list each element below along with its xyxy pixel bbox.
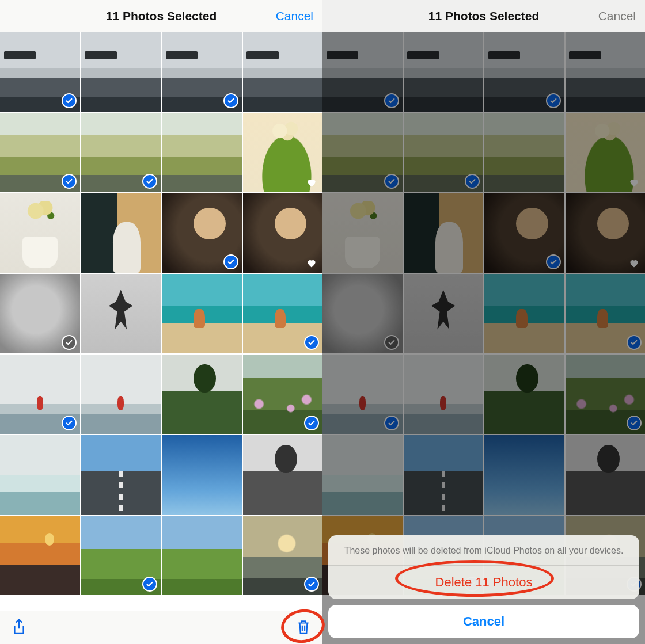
photo-thumbnail[interactable]	[81, 193, 161, 273]
screen-select: 11 Photos Selected Cancel	[0, 0, 322, 644]
photo-thumbnail[interactable]	[0, 435, 80, 515]
favorite-heart-icon	[305, 176, 318, 189]
screen-confirm: 11 Photos Selected Cancel These photos w…	[322, 0, 645, 644]
photo-thumbnail[interactable]	[0, 274, 80, 353]
cancel-button[interactable]: Cancel	[276, 9, 313, 23]
photo-thumbnail[interactable]	[81, 355, 161, 434]
page-title: 11 Photos Selected	[428, 9, 540, 23]
selected-checkmark-icon	[304, 335, 319, 350]
photo-thumbnail[interactable]	[243, 113, 323, 192]
selected-checkmark-icon	[223, 93, 238, 108]
selected-checkmark-icon	[142, 174, 157, 189]
photo-thumbnail[interactable]	[243, 516, 323, 595]
photo-thumbnail[interactable]	[81, 516, 161, 595]
photo-thumbnail[interactable]	[162, 274, 242, 353]
photo-thumbnail[interactable]	[81, 274, 161, 353]
photo-thumbnail[interactable]	[243, 32, 323, 112]
photo-thumbnail[interactable]	[162, 193, 242, 273]
photo-thumbnail[interactable]	[162, 355, 242, 434]
photo-thumbnail[interactable]	[81, 435, 161, 515]
selected-checkmark-icon	[62, 335, 77, 350]
photo-thumbnail[interactable]	[243, 193, 323, 273]
photo-thumbnail[interactable]	[0, 32, 80, 112]
favorite-heart-icon	[305, 257, 318, 269]
toolbar	[0, 611, 322, 644]
selected-checkmark-icon	[142, 577, 157, 592]
photo-thumbnail[interactable]	[81, 32, 161, 112]
photo-thumbnail[interactable]	[162, 516, 242, 595]
share-icon	[12, 619, 26, 636]
selected-checkmark-icon	[62, 93, 77, 108]
trash-icon	[296, 619, 311, 636]
photo-thumbnail[interactable]	[81, 113, 161, 192]
selected-checkmark-icon	[62, 416, 77, 430]
action-sheet: These photos will be deleted from iCloud…	[328, 535, 639, 638]
selected-checkmark-icon	[62, 174, 77, 189]
photo-thumbnail[interactable]	[0, 516, 80, 595]
photo-thumbnail[interactable]	[162, 32, 242, 112]
share-button[interactable]	[12, 619, 26, 636]
photo-thumbnail[interactable]	[243, 274, 323, 353]
photo-thumbnail[interactable]	[0, 355, 80, 434]
sheet-message: These photos will be deleted from iCloud…	[328, 535, 639, 565]
photo-thumbnail[interactable]	[243, 355, 323, 434]
photo-thumbnail[interactable]	[162, 113, 242, 192]
selected-checkmark-icon	[304, 577, 319, 592]
selected-checkmark-icon	[304, 416, 319, 430]
delete-photos-button[interactable]: Delete 11 Photos	[328, 565, 639, 599]
trash-button[interactable]	[296, 619, 311, 636]
sheet-cancel-button[interactable]: Cancel	[328, 605, 639, 638]
page-title: 11 Photos Selected	[106, 9, 217, 23]
photo-thumbnail[interactable]	[243, 435, 323, 515]
cancel-button-disabled: Cancel	[598, 9, 636, 23]
photo-thumbnail[interactable]	[0, 113, 80, 192]
photo-thumbnail[interactable]	[162, 435, 242, 515]
selected-checkmark-icon	[223, 254, 238, 269]
photo-grid	[0, 32, 322, 611]
photo-thumbnail[interactable]	[0, 193, 80, 273]
navbar: 11 Photos Selected Cancel	[322, 0, 645, 32]
navbar: 11 Photos Selected Cancel	[0, 0, 322, 32]
